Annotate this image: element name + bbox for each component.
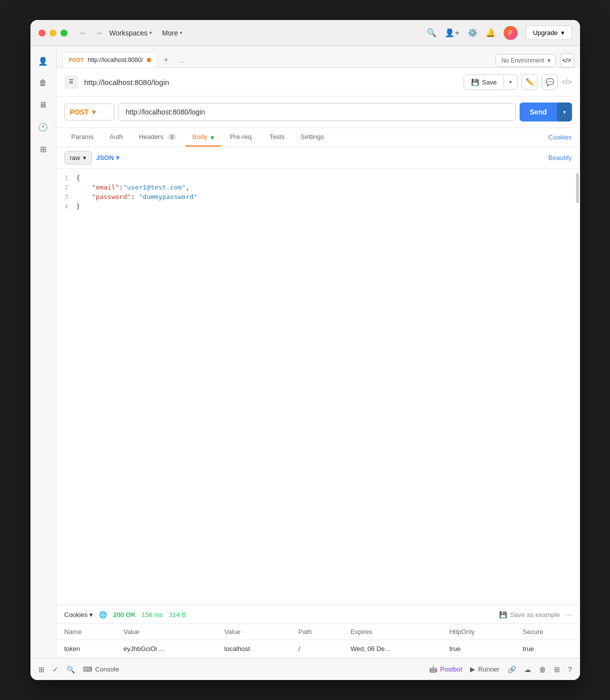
save-dropdown-button[interactable]: ▾ xyxy=(504,76,517,89)
code-editor[interactable]: 1 { 2 "email":"user1@test.com", 3 "passw… xyxy=(56,169,580,605)
tab-headers[interactable]: Headers 9 xyxy=(132,128,183,146)
back-button[interactable]: ← xyxy=(79,28,87,38)
code-line-3: 3 "password": "dummypassword" xyxy=(56,192,580,202)
environment-selector[interactable]: No Environment ▾ xyxy=(496,54,556,67)
comment-button[interactable]: 💬 xyxy=(542,74,558,90)
code-view-button[interactable]: </> xyxy=(562,78,572,86)
send-button[interactable]: Send xyxy=(520,102,557,122)
active-tab[interactable]: POST http://localhost:8080/ xyxy=(62,52,158,68)
send-button-group: Send ▾ xyxy=(520,102,572,122)
col-header-httponly: HttpOnly xyxy=(441,624,515,640)
bell-icon[interactable]: 🔔 xyxy=(486,28,496,38)
tab-tests[interactable]: Tests xyxy=(262,128,291,146)
method-chevron-icon: ▾ xyxy=(92,108,95,116)
workspaces-chevron-icon: ▾ xyxy=(149,30,152,36)
tab-more-button[interactable]: ··· xyxy=(175,56,188,68)
json-type-select[interactable]: JSON ▾ xyxy=(96,154,119,162)
request-tabs: Params Auth Headers 9 Body Pre-req. Test… xyxy=(56,128,580,147)
trash-bottom-icon[interactable]: 🗑 xyxy=(539,666,546,674)
raw-label: raw xyxy=(70,154,80,162)
send-dropdown-button[interactable]: ▾ xyxy=(557,102,572,122)
save-example-button[interactable]: 💾 Save as example xyxy=(499,611,560,618)
method-select[interactable]: POST ▾ xyxy=(64,104,114,120)
raw-format-select[interactable]: raw ▾ xyxy=(64,151,92,164)
postbot-icon: 🤖 xyxy=(429,666,437,673)
cookies-table: Name Value Value Path Expires HttpOnly S… xyxy=(56,624,580,658)
tab-params[interactable]: Params xyxy=(64,128,101,146)
forward-button[interactable]: → xyxy=(95,28,103,38)
link-icon[interactable]: 🔗 xyxy=(508,666,516,674)
tab-prereq[interactable]: Pre-req. xyxy=(223,128,260,146)
cell-value1: eyJhbGciOi ... xyxy=(115,640,216,658)
col-header-value1: Value xyxy=(115,624,216,640)
tabbar: POST http://localhost:8080/ + ··· No Env… xyxy=(56,46,580,68)
sidebar-item-trash[interactable]: 🗑 xyxy=(34,74,52,92)
cookies-link[interactable]: Cookies xyxy=(549,134,572,141)
response-size: 314 B xyxy=(169,611,186,618)
avatar[interactable]: P xyxy=(504,26,518,40)
invite-icon[interactable]: 👤+ xyxy=(445,28,459,38)
sidebar-item-profile[interactable]: 👤 xyxy=(34,52,52,70)
response-cookies-button[interactable]: Cookies ▾ xyxy=(64,611,93,618)
more-menu[interactable]: More ▾ xyxy=(162,29,182,37)
cell-value2: localhost xyxy=(216,640,290,658)
request-title: http://localhost:8080/login xyxy=(84,78,169,86)
cell-expires: Wed, 06 De... xyxy=(343,640,442,658)
sidebar-item-monitor[interactable]: 🖥 xyxy=(34,96,52,114)
tab-settings[interactable]: Settings xyxy=(293,128,331,146)
check-icon[interactable]: ✓ xyxy=(52,666,58,674)
minimize-button[interactable] xyxy=(49,30,56,36)
tab-url: http://localhost:8080/ xyxy=(87,56,143,64)
table-row: token eyJhbGciOi ... localhost / Wed, 06… xyxy=(56,640,580,658)
more-chevron-icon: ▾ xyxy=(180,30,182,36)
console-button[interactable]: ⌨ Console xyxy=(83,666,119,673)
maximize-button[interactable] xyxy=(60,30,67,36)
content-area: POST http://localhost:8080/ + ··· No Env… xyxy=(56,46,580,658)
tab-auth[interactable]: Auth xyxy=(102,128,130,146)
workspaces-menu[interactable]: Workspaces ▾ xyxy=(109,29,152,37)
url-input[interactable] xyxy=(118,103,516,121)
save-button-group: 💾 Save ▾ xyxy=(464,74,518,90)
close-button[interactable] xyxy=(38,30,45,36)
editor-scrollbar[interactable] xyxy=(576,173,579,203)
grid-bottom-icon[interactable]: ⊞ xyxy=(554,666,560,674)
response-bar: Cookies ▾ 🌐 200 OK 156 ms 314 B 💾 Save a… xyxy=(56,606,580,624)
body-toolbar: raw ▾ JSON ▾ Beautify xyxy=(56,147,580,169)
sidebar-item-collections[interactable]: ⊞ xyxy=(34,140,52,158)
tab-modified-dot xyxy=(147,58,151,62)
save-disk-icon: 💾 xyxy=(471,78,479,86)
sidebar-item-history[interactable]: 🕐 xyxy=(34,118,52,136)
env-chevron-icon: ▾ xyxy=(548,57,551,64)
col-header-secure: Secure xyxy=(515,624,580,640)
cell-httponly: true xyxy=(441,640,515,658)
response-status: 200 OK xyxy=(113,611,135,618)
beautify-button[interactable]: Beautify xyxy=(549,154,572,162)
sidebar-toggle-button[interactable]: ⊞ xyxy=(38,666,44,674)
response-time: 156 ms xyxy=(141,611,163,618)
request-actions: 💾 Save ▾ ✏️ 💬 </> xyxy=(464,74,572,90)
raw-chevron-icon: ▾ xyxy=(83,154,86,162)
cloud-icon[interactable]: ☁ xyxy=(524,666,531,674)
new-tab-button[interactable]: + xyxy=(159,53,173,68)
request-area: ⠿ http://localhost:8080/login 💾 Save ▾ ✏… xyxy=(56,68,580,658)
help-icon[interactable]: ? xyxy=(568,666,572,674)
search-bottom-icon[interactable]: 🔍 xyxy=(66,666,75,674)
cell-secure: true xyxy=(515,640,580,658)
code-line-4: 4 } xyxy=(56,202,580,211)
col-header-path: Path xyxy=(290,624,342,640)
settings-icon[interactable]: ⚙️ xyxy=(468,28,478,38)
tab-body[interactable]: Body xyxy=(185,128,221,146)
save-button[interactable]: 💾 Save xyxy=(464,75,504,90)
search-icon[interactable]: 🔍 xyxy=(427,28,437,38)
console-icon[interactable]: </> xyxy=(560,54,574,68)
runner-button[interactable]: ▶ Runner xyxy=(470,666,500,673)
postbot-button[interactable]: 🤖 Postbot xyxy=(429,666,462,673)
cookies-chevron-icon: ▾ xyxy=(89,611,93,618)
edit-pencil-button[interactable]: ✏️ xyxy=(522,74,538,90)
save-icon: 💾 xyxy=(499,611,507,618)
tab-right: No Environment ▾ </> xyxy=(496,54,574,68)
response-more-button[interactable]: ··· xyxy=(566,610,572,618)
traffic-lights xyxy=(38,30,67,36)
upgrade-button[interactable]: Upgrade ▾ xyxy=(526,26,572,40)
runner-icon: ▶ xyxy=(470,666,475,673)
